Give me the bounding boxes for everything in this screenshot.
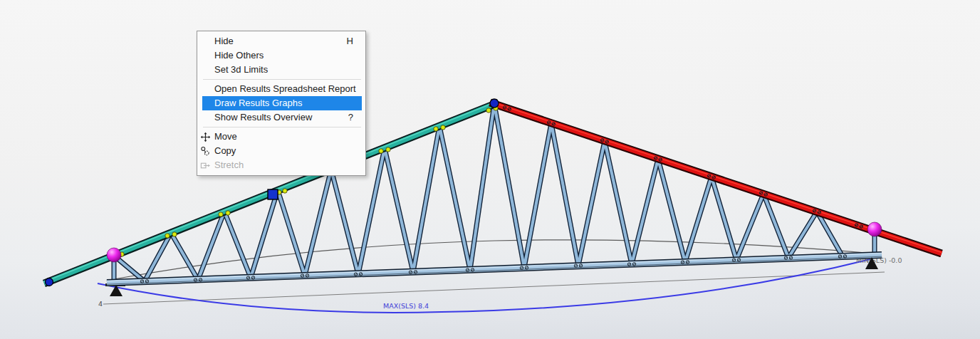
menu-item-label: Stretch — [214, 158, 353, 172]
application-viewport: { "context_menu": { "items": [ {"label":… — [0, 0, 980, 339]
node-marker-apex[interactable] — [490, 99, 499, 108]
node-marker-left-end[interactable] — [46, 278, 53, 286]
menu-item-label: Hide — [214, 34, 340, 48]
label-datum-number: 4 — [98, 300, 103, 308]
menu-shortcut: H — [347, 34, 353, 48]
menu-shortcut: ? — [348, 110, 353, 125]
menu-item-show-results-overview[interactable]: Show Results Overview ? — [202, 110, 362, 125]
menu-item-label: Draw Results Graphs — [214, 96, 353, 110]
menu-item-open-results-spreadsheet-report[interactable]: Open Results Spreadsheet Report — [202, 82, 362, 96]
menu-item-set-3d-limits[interactable]: Set 3d Limits — [202, 63, 362, 77]
move-icon — [200, 132, 211, 142]
menu-separator — [203, 127, 361, 127]
menu-item-copy[interactable]: Copy — [202, 144, 362, 158]
menu-item-hide-others[interactable]: Hide Others — [202, 48, 362, 63]
menu-item-label: Move — [214, 130, 353, 144]
menu-item-label: Set 3d Limits — [214, 63, 353, 77]
menu-item-stretch: Stretch — [202, 158, 362, 172]
menu-item-draw-results-graphs[interactable]: Draw Results Graphs — [202, 96, 362, 110]
menu-item-hide[interactable]: Hide H — [202, 34, 362, 48]
menu-item-label: Show Results Overview — [214, 110, 341, 125]
label-max-deflection: MAX(SLS) 8.4 — [383, 302, 429, 310]
menu-item-label: Hide Others — [214, 48, 353, 63]
menu-separator — [203, 79, 361, 80]
menu-item-label: Open Results Spreadsheet Report — [214, 82, 356, 96]
support-sphere-left[interactable] — [107, 248, 121, 262]
support-sphere-right[interactable] — [867, 222, 882, 236]
truss-bottom-chord[interactable] — [107, 254, 882, 284]
menu-item-move[interactable]: Move — [202, 130, 362, 144]
model-viewport: 4 MAX(SLS) 8.4 MIN(SLS) -0.0 — [0, 0, 980, 339]
node-marker-selected-square[interactable] — [268, 189, 278, 199]
menu-item-label: Copy — [214, 144, 353, 158]
stretch-icon — [200, 160, 211, 171]
copy-icon — [200, 146, 211, 157]
context-menu: Hide H Hide Others Set 3d Limits Open Re… — [197, 31, 366, 176]
